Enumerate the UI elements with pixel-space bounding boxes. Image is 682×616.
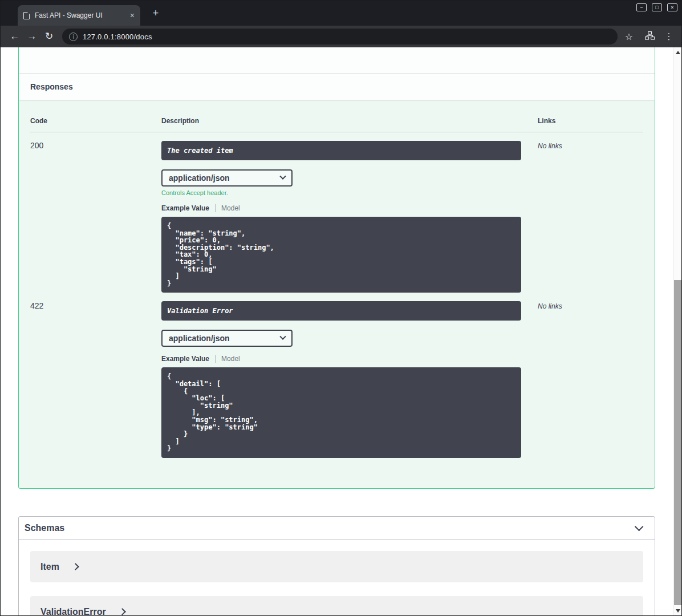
browser-titlebar: Fast API - Swagger UI × + − □ × xyxy=(1,1,681,26)
opblock-body-strip xyxy=(19,47,655,74)
tab-example-value[interactable]: Example Value xyxy=(161,355,209,363)
example-tabs: Example Value Model xyxy=(161,355,538,363)
close-window-button[interactable]: × xyxy=(667,3,677,11)
column-header-links: Links xyxy=(538,117,643,125)
response-description-cell: Validation Error application/json Exampl… xyxy=(161,301,538,458)
opblock-responses-section: Responses Code Description Links 200 The… xyxy=(18,47,655,489)
page-viewport: Responses Code Description Links 200 The… xyxy=(1,47,681,615)
tab-separator xyxy=(215,204,216,212)
arrow-up-icon xyxy=(676,51,680,54)
browser-navbar: ← → ↻ i 127.0.0.1:8000/docs ☆ ⋮ xyxy=(1,26,681,47)
responses-header: Responses xyxy=(19,74,655,100)
scroll-down-button[interactable] xyxy=(674,606,681,615)
schemas-body: Item ValidationError xyxy=(19,540,655,615)
response-row-422: 422 Validation Error application/json Ex… xyxy=(30,293,643,458)
sitemap-icon[interactable] xyxy=(643,31,656,42)
example-tabs: Example Value Model xyxy=(161,204,538,212)
responses-table-head: Code Description Links xyxy=(30,117,643,132)
minimize-button[interactable]: − xyxy=(636,3,647,11)
example-json-block: { "detail": [ { "loc": [ "string" ], "ms… xyxy=(161,367,521,458)
column-header-code: Code xyxy=(30,117,161,125)
media-type-select[interactable]: application/json xyxy=(161,169,293,187)
no-links-text: No links xyxy=(538,142,562,150)
response-code: 200 xyxy=(30,141,161,293)
response-code: 422 xyxy=(30,301,161,458)
browser-menu-icon[interactable]: ⋮ xyxy=(663,31,675,42)
navbar-actions: ☆ ⋮ xyxy=(622,31,676,42)
controls-accept-note: Controls Accept header. xyxy=(161,189,538,196)
chevron-down-icon[interactable] xyxy=(635,522,644,532)
schemas-title: Schemas xyxy=(25,523,64,533)
media-type-select[interactable]: application/json xyxy=(161,330,293,347)
chevron-right-icon xyxy=(72,563,79,570)
browser-window: Fast API - Swagger UI × + − □ × ← → ↻ i … xyxy=(0,0,682,616)
response-row-200: 200 The created item application/json Co… xyxy=(30,132,643,293)
no-links-text: No links xyxy=(538,302,562,310)
tab-title: Fast API - Swagger UI xyxy=(35,11,127,19)
response-description-cell: The created item application/json Contro… xyxy=(161,141,538,293)
back-button[interactable]: ← xyxy=(6,28,23,45)
site-info-icon[interactable]: i xyxy=(69,33,78,41)
vertical-scrollbar[interactable] xyxy=(673,47,681,615)
tab-example-value[interactable]: Example Value xyxy=(161,204,209,212)
response-links-cell: No links xyxy=(538,301,643,458)
bookmark-star-icon[interactable]: ☆ xyxy=(622,31,636,42)
arrow-down-icon xyxy=(676,609,680,613)
window-controls: − □ × xyxy=(636,3,677,11)
tab-model[interactable]: Model xyxy=(221,204,240,212)
media-type-value: application/json xyxy=(169,173,230,183)
response-description: The created item xyxy=(161,141,521,160)
model-name: ValidationError xyxy=(40,607,106,616)
scrollbar-thumb[interactable] xyxy=(674,280,681,605)
address-bar[interactable]: i 127.0.0.1:8000/docs xyxy=(62,29,618,44)
scroll-up-button[interactable] xyxy=(674,48,681,56)
browser-tab[interactable]: Fast API - Swagger UI × xyxy=(18,5,140,26)
new-tab-button[interactable]: + xyxy=(149,6,163,20)
tab-model[interactable]: Model xyxy=(221,355,240,363)
page-favicon-icon xyxy=(23,12,30,19)
swagger-page: Responses Code Description Links 200 The… xyxy=(1,47,673,615)
url-text: 127.0.0.1:8000/docs xyxy=(83,33,152,41)
response-links-cell: No links xyxy=(538,141,643,293)
responses-title: Responses xyxy=(30,82,73,91)
response-description: Validation Error xyxy=(161,301,521,321)
forward-button[interactable]: → xyxy=(23,28,40,45)
close-tab-icon[interactable]: × xyxy=(130,11,135,20)
reload-button[interactable]: ↻ xyxy=(40,28,58,45)
column-header-description: Description xyxy=(161,117,538,125)
chevron-down-icon xyxy=(279,334,286,340)
media-type-value: application/json xyxy=(169,334,230,343)
schemas-header[interactable]: Schemas xyxy=(19,517,655,540)
example-json-block: { "name": "string", "price": 0, "descrip… xyxy=(161,217,521,293)
model-item[interactable]: Item xyxy=(30,551,643,582)
model-validationerror[interactable]: ValidationError xyxy=(30,596,643,615)
chevron-right-icon xyxy=(119,608,126,615)
chevron-down-icon xyxy=(279,173,286,180)
maximize-button[interactable]: □ xyxy=(652,3,662,11)
model-name: Item xyxy=(40,562,59,572)
responses-table: Code Description Links 200 The created i… xyxy=(19,100,655,469)
tab-separator xyxy=(215,355,216,363)
schemas-section: Schemas Item ValidationError xyxy=(18,516,655,615)
